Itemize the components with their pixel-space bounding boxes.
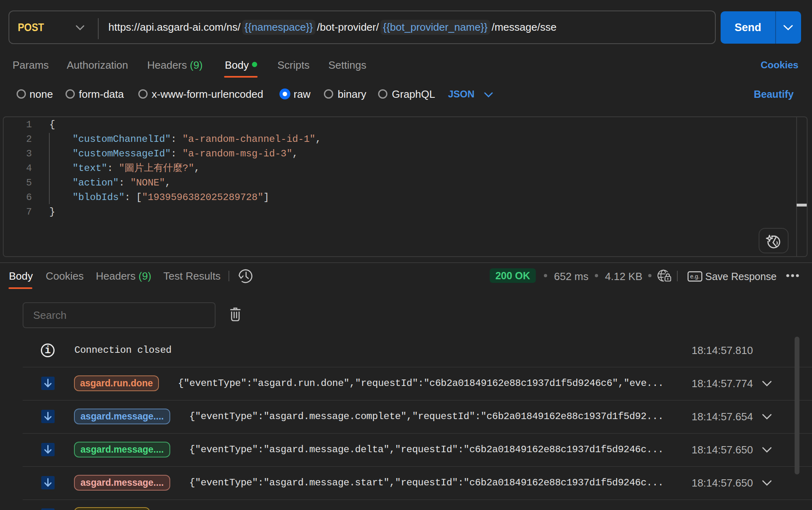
- svg-text:e.g.: e.g.: [690, 273, 700, 280]
